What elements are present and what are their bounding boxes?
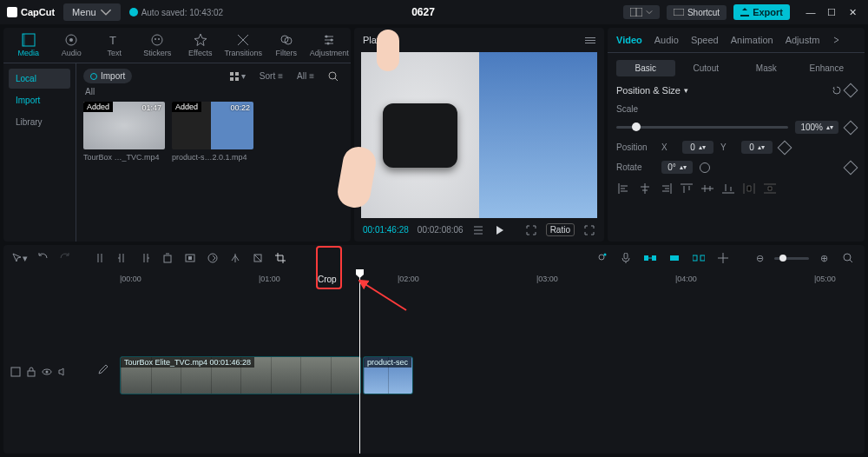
reset-icon[interactable] bbox=[832, 85, 842, 96]
media-clip[interactable]: Added 00:22 product-s…2.0.1.mp4 bbox=[172, 102, 253, 162]
ruler-mark: 04:00 bbox=[677, 275, 697, 283]
sidebar-item-local[interactable]: Local bbox=[9, 69, 70, 89]
zoom-out-button[interactable]: ⊖ bbox=[750, 248, 769, 268]
split-left-button[interactable] bbox=[113, 248, 132, 268]
cursor-snap-button[interactable] bbox=[592, 248, 611, 268]
scan-icon[interactable] bbox=[525, 224, 537, 236]
subtab-cutout[interactable]: Cutout bbox=[677, 60, 736, 76]
mute-icon[interactable] bbox=[57, 367, 68, 377]
tab-audio[interactable]: Audio bbox=[50, 28, 94, 63]
search-button[interactable] bbox=[323, 70, 344, 83]
position-y-input[interactable]: 0▴▾ bbox=[741, 141, 773, 154]
tab-label: Audio bbox=[62, 49, 82, 57]
align-left-button[interactable] bbox=[616, 182, 632, 195]
sidebar-item-import[interactable]: Import bbox=[9, 90, 70, 110]
tab-media[interactable]: Media bbox=[7, 28, 50, 63]
tab-adjustment[interactable]: Adjustm bbox=[786, 35, 820, 45]
ratio-button[interactable]: Ratio bbox=[546, 223, 575, 236]
maximize-button[interactable]: ☐ bbox=[823, 4, 840, 20]
shortcut-button[interactable]: Shortcut bbox=[667, 5, 727, 20]
auto-snap-button[interactable] bbox=[665, 248, 684, 268]
align-hcenter-button[interactable] bbox=[637, 182, 653, 195]
tab-animation[interactable]: Animation bbox=[731, 35, 773, 45]
lock-icon[interactable] bbox=[26, 367, 36, 377]
export-button[interactable]: Export bbox=[733, 4, 790, 20]
subtab-mask[interactable]: Mask bbox=[737, 60, 796, 76]
keyframe-icon[interactable] bbox=[778, 140, 792, 155]
distribute-h-button[interactable] bbox=[741, 182, 757, 195]
tab-transitions[interactable]: Transitions bbox=[222, 28, 266, 63]
clip-name: TourBox …_TVC.mp4 bbox=[83, 153, 165, 162]
crop-button[interactable] bbox=[271, 248, 290, 268]
view-grid-button[interactable]: ▾ bbox=[225, 70, 251, 83]
subtab-enhance[interactable]: Enhance bbox=[798, 60, 857, 76]
playhead[interactable] bbox=[359, 271, 360, 454]
keyframe-icon[interactable] bbox=[844, 83, 858, 98]
tab-audio[interactable]: Audio bbox=[654, 35, 679, 45]
main-track-magnet[interactable] bbox=[641, 248, 660, 268]
align-vcenter-button[interactable] bbox=[700, 182, 715, 195]
close-button[interactable]: ✕ bbox=[844, 4, 861, 20]
tab-effects[interactable]: Effects bbox=[179, 28, 222, 63]
tab-text[interactable]: TText bbox=[93, 28, 136, 63]
distribute-v-button[interactable] bbox=[762, 182, 778, 195]
redo-button[interactable] bbox=[56, 248, 75, 268]
list-icon[interactable] bbox=[472, 224, 484, 236]
subtab-basic[interactable]: Basic bbox=[616, 60, 675, 76]
zoom-fit-button[interactable] bbox=[838, 248, 858, 268]
player-menu-button[interactable] bbox=[585, 37, 595, 43]
grid-icon bbox=[230, 72, 239, 81]
layout-button[interactable] bbox=[623, 5, 660, 19]
scale-value[interactable]: 100%▴▾ bbox=[795, 121, 838, 134]
tab-stickers[interactable]: Stickers bbox=[136, 28, 180, 63]
keyframe-icon[interactable] bbox=[844, 160, 858, 175]
player-viewport[interactable] bbox=[361, 52, 597, 218]
more-icon[interactable] bbox=[832, 36, 840, 44]
sidebar-item-library[interactable]: Library bbox=[9, 112, 70, 132]
scale-slider[interactable] bbox=[616, 126, 788, 129]
keyframe-icon[interactable] bbox=[844, 120, 858, 135]
timeline-tracks[interactable]: TourBox Elite_TVC.mp4 00:01:46:28 produc… bbox=[3, 287, 865, 454]
position-x-input[interactable]: 0▴▾ bbox=[682, 141, 713, 154]
menu-button[interactable]: Menu bbox=[63, 3, 121, 21]
zoom-slider[interactable] bbox=[774, 257, 809, 260]
collapse-icon[interactable] bbox=[10, 367, 21, 377]
delete-button[interactable] bbox=[158, 248, 177, 268]
zoom-in-button[interactable]: ⊕ bbox=[814, 248, 833, 268]
split-right-button[interactable] bbox=[135, 248, 155, 268]
pencil-icon[interactable] bbox=[97, 363, 109, 375]
minimize-button[interactable]: — bbox=[802, 4, 819, 20]
media-icon bbox=[22, 33, 36, 47]
play-button[interactable] bbox=[493, 224, 505, 236]
media-clip[interactable]: Added 01:47 TourBox …_TVC.mp4 bbox=[83, 102, 165, 162]
undo-button[interactable] bbox=[33, 248, 52, 268]
tab-video[interactable]: Video bbox=[616, 35, 642, 45]
rotate-input[interactable]: 0°▴▾ bbox=[661, 161, 693, 174]
pointer-tool[interactable]: ▾ bbox=[10, 248, 30, 268]
reverse-button[interactable] bbox=[203, 248, 222, 268]
align-right-button[interactable] bbox=[658, 182, 674, 195]
sort-button[interactable]: Sort ≡ bbox=[254, 70, 288, 83]
timeline-clip-1[interactable]: TourBox Elite_TVC.mp4 00:01:46:28 bbox=[120, 356, 361, 394]
rotate-dial[interactable] bbox=[700, 162, 710, 173]
rotate-button[interactable] bbox=[248, 248, 267, 268]
tab-speed[interactable]: Speed bbox=[691, 35, 719, 45]
preview-axis-button[interactable] bbox=[713, 248, 733, 268]
tab-filters[interactable]: Filters bbox=[265, 28, 308, 63]
align-bottom-button[interactable] bbox=[720, 182, 736, 195]
linkage-button[interactable] bbox=[689, 248, 708, 268]
mirror-button[interactable] bbox=[226, 248, 245, 268]
tab-adjustment[interactable]: Adjustment bbox=[308, 28, 352, 63]
split-button[interactable] bbox=[90, 248, 109, 268]
freeze-button[interactable] bbox=[181, 248, 200, 268]
timeline-toolbar: ▾ ⊖ ⊕ bbox=[3, 245, 865, 271]
timeline-clip-2[interactable]: product-sec bbox=[363, 356, 413, 394]
align-top-button[interactable] bbox=[679, 182, 694, 195]
fullscreen-icon[interactable] bbox=[583, 224, 595, 236]
mic-button[interactable] bbox=[616, 248, 635, 268]
clip-label: product-sec bbox=[364, 357, 411, 368]
timeline-ruler[interactable]: |00:00 |01:00 |02:00 |03:00 |04:00 |05:0… bbox=[3, 271, 865, 287]
eye-icon[interactable] bbox=[42, 367, 52, 377]
filter-all-button[interactable]: All ≡ bbox=[292, 70, 319, 83]
import-button[interactable]: Import bbox=[83, 69, 132, 83]
